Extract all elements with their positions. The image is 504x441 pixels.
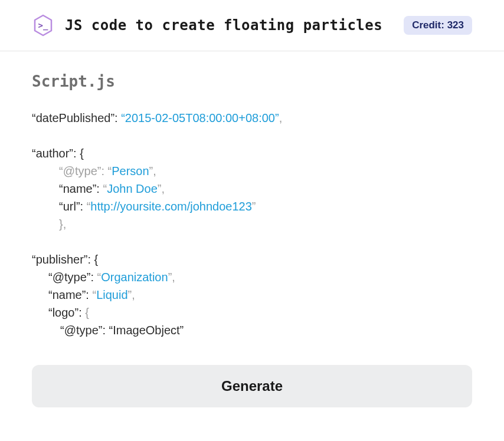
credit-badge: Credit: 323 (404, 16, 472, 35)
action-bar: Generate (0, 339, 504, 431)
app-logo-icon: >_ (32, 14, 54, 37)
code-line: “@type”: “Organization”, (32, 268, 472, 286)
main-content: Script.js “datePublished”: “2015-02-05T0… (0, 51, 504, 339)
code-line: “@type”: “Person”, (32, 162, 472, 180)
code-line: “url”: “http://yoursite.com/johndoe123” (32, 198, 472, 215)
file-title: Script.js (32, 73, 472, 90)
code-line: “name”: “John Doe”, (32, 180, 472, 198)
code-block: “datePublished”: “2015-02-05T08:00:00+08… (32, 109, 472, 339)
code-line: “@type”: “ImageObject” (32, 321, 472, 339)
code-line: “author”: { (32, 144, 472, 162)
svg-text:>_: >_ (38, 21, 48, 31)
header: >_ JS code to create floating particles … (0, 0, 504, 51)
code-line: “datePublished”: “2015-02-05T08:00:00+08… (32, 109, 472, 127)
code-line: “name”: “Liquid”, (32, 286, 472, 304)
page-title: JS code to create floating particles (65, 17, 393, 34)
code-line: }, (32, 215, 472, 233)
code-line: “logo”: { (32, 304, 472, 321)
generate-button[interactable]: Generate (32, 365, 472, 407)
code-line: “publisher”: { (32, 251, 472, 268)
